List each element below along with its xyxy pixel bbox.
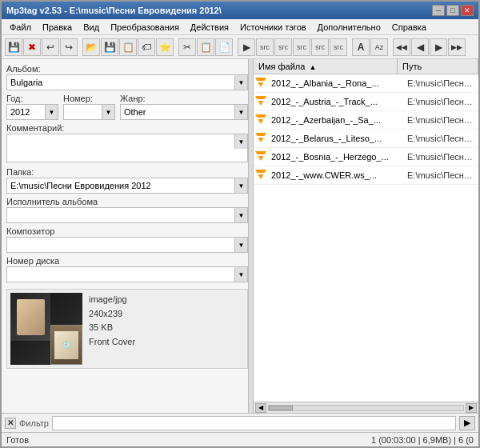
- file-list[interactable]: 2012_-_Albania_-_Rona_... E:\music\Песни…: [254, 74, 478, 402]
- album-input[interactable]: [6, 74, 248, 90]
- genre-combo-arrow[interactable]: ▼: [234, 105, 247, 119]
- toolbar-paste[interactable]: 📄: [215, 38, 233, 56]
- album-artist-combo-arrow[interactable]: ▼: [234, 208, 247, 222]
- year-combo-arrow[interactable]: ▼: [45, 105, 58, 119]
- file-icon-1: [254, 94, 268, 109]
- maximize-button[interactable]: □: [446, 5, 459, 16]
- toolbar-save[interactable]: 💾: [5, 38, 22, 56]
- file-path-3: E:\music\Песни Евро: [404, 134, 478, 143]
- number-combo-arrow[interactable]: ▼: [102, 105, 114, 119]
- menu-view[interactable]: Вид: [78, 21, 104, 34]
- composer-input[interactable]: [6, 237, 248, 253]
- filter-label: Фильтр: [19, 418, 49, 428]
- file-row[interactable]: 2012_-_www.CWER.ws_... E:\music\Песни Ев…: [254, 166, 478, 185]
- toolbar-cut[interactable]: ✂: [178, 38, 196, 56]
- search-icon: ▶: [464, 418, 470, 428]
- toolbar-source4[interactable]: src: [311, 38, 329, 56]
- file-path-2: E:\music\Песни Евро: [404, 115, 478, 125]
- minimize-button[interactable]: ─: [432, 5, 445, 16]
- toolbar-text-b[interactable]: Az: [370, 38, 388, 56]
- menu-tag-sources[interactable]: Источники тэгов: [235, 21, 311, 34]
- toolbar-undo[interactable]: ↩: [42, 38, 59, 56]
- file-row[interactable]: 2012_-_Azerbaijan_-_Sa_... E:\music\Песн…: [254, 111, 478, 130]
- title-bar: Mp3tag v2.53 - E:\music\Песни Евровидени…: [2, 2, 478, 19]
- menu-extra[interactable]: Дополнительно: [313, 21, 386, 34]
- horizontal-scrollbar[interactable]: ◀ ▶: [254, 402, 478, 413]
- file-icon-0: [254, 76, 268, 90]
- file-name-0: 2012_-_Albania_-_Rona_...: [268, 78, 404, 88]
- genre-label: Жанр:: [120, 94, 248, 103]
- year-field: Год: ▼: [6, 94, 58, 120]
- scroll-track[interactable]: [268, 405, 464, 411]
- toolbar-clipboard[interactable]: 📋: [119, 38, 137, 56]
- album-artist-field-row: Исполнитель альбома ▼: [6, 197, 248, 223]
- filter-clear-btn[interactable]: ✕: [5, 418, 16, 429]
- file-row[interactable]: 2012_-_Austria_-_Track_... E:\music\Песн…: [254, 93, 478, 111]
- menu-actions[interactable]: Действия: [186, 21, 234, 34]
- album-combo-arrow[interactable]: ▼: [234, 75, 247, 90]
- composer-combo: ▼: [6, 237, 248, 253]
- number-label: Номер:: [63, 94, 115, 103]
- genre-input[interactable]: [120, 104, 248, 120]
- toolbar-prev-skip[interactable]: ◀◀: [393, 38, 410, 56]
- col-header-path[interactable]: Путь: [398, 59, 478, 74]
- menu-file[interactable]: Файл: [5, 21, 36, 34]
- toolbar-play[interactable]: ▶: [238, 38, 255, 56]
- toolbar-save2[interactable]: 💾: [101, 38, 118, 56]
- toolbar-delete[interactable]: ✖: [23, 38, 41, 56]
- file-row[interactable]: 2012_-_Bosnia_-_Herzego_... E:\music\Пес…: [254, 148, 478, 166]
- menu-edit[interactable]: Правка: [38, 21, 77, 34]
- title-controls: ─ □ ✕: [432, 5, 474, 16]
- toolbar-copy[interactable]: 📋: [197, 38, 214, 56]
- file-icon-2: [254, 113, 268, 127]
- filter-search-btn[interactable]: ▶: [459, 416, 475, 430]
- status-ready: Готов: [6, 435, 29, 445]
- toolbar-prev[interactable]: ◀: [411, 38, 429, 56]
- main-window: Mp3tag v2.53 - E:\music\Песни Евровидени…: [0, 0, 480, 448]
- scroll-right-btn[interactable]: ▶: [466, 403, 477, 413]
- toolbar-redo[interactable]: ↪: [60, 38, 78, 56]
- file-row[interactable]: 2012_-_Albania_-_Rona_... E:\music\Песни…: [254, 74, 478, 93]
- scroll-left-btn[interactable]: ◀: [255, 403, 266, 413]
- toolbar-next[interactable]: ▶: [430, 38, 447, 56]
- menu-help[interactable]: Справка: [387, 21, 431, 34]
- main-area: Альбом: ▼ Год: ▼ Номер:: [2, 59, 478, 413]
- file-row[interactable]: 2012_-_Belarus_-_Liteso_... E:\music\Пес…: [254, 130, 478, 148]
- toolbar-source5[interactable]: src: [330, 38, 347, 56]
- number-combo: ▼: [63, 104, 115, 120]
- comment-input[interactable]: [6, 134, 248, 162]
- file-path-4: E:\music\Песни Евро: [404, 152, 478, 162]
- album-label: Альбом:: [6, 64, 248, 74]
- disc-input[interactable]: [6, 266, 248, 282]
- col-header-filename[interactable]: Имя файла ▲: [254, 59, 398, 74]
- scroll-thumb[interactable]: [269, 406, 293, 410]
- menu-transform[interactable]: Преобразования: [106, 21, 184, 34]
- filter-input[interactable]: [52, 416, 456, 430]
- year-combo: ▼: [6, 104, 58, 120]
- folder-input[interactable]: [6, 178, 248, 194]
- panel-resize-handle[interactable]: [248, 59, 253, 413]
- composer-label: Композитор: [6, 226, 248, 236]
- toolbar-text-a[interactable]: A: [352, 38, 370, 56]
- file-name-3: 2012_-_Belarus_-_Liteso_...: [268, 134, 404, 143]
- number-field: Номер: ▼: [63, 94, 115, 120]
- folder-combo: ▼: [6, 178, 248, 194]
- disc-combo-arrow[interactable]: ▼: [234, 267, 247, 282]
- comment-combo-arrow[interactable]: ▼: [234, 134, 247, 149]
- toolbar-star[interactable]: ⭐: [156, 38, 174, 56]
- file-icon-3: [254, 131, 268, 146]
- toolbar-next-skip[interactable]: ▶▶: [448, 38, 466, 56]
- close-button[interactable]: ✕: [461, 5, 474, 16]
- folder-combo-arrow[interactable]: ▼: [234, 178, 247, 193]
- window-title: Mp3tag v2.53 - E:\music\Песни Евровидени…: [6, 6, 222, 15]
- album-artist-input[interactable]: [6, 207, 248, 223]
- cover-thumbnail[interactable]: 💿: [10, 293, 82, 365]
- toolbar-tag[interactable]: 🏷: [138, 38, 155, 56]
- toolbar-open-folder[interactable]: 📂: [82, 38, 100, 56]
- toolbar-source3[interactable]: src: [293, 38, 310, 56]
- toolbar-source2[interactable]: src: [274, 38, 292, 56]
- toolbar-source1[interactable]: src: [256, 38, 274, 56]
- composer-combo-arrow[interactable]: ▼: [234, 238, 247, 252]
- menu-bar: Файл Правка Вид Преобразования Действия …: [2, 19, 478, 35]
- genre-combo: ▼: [120, 104, 248, 120]
